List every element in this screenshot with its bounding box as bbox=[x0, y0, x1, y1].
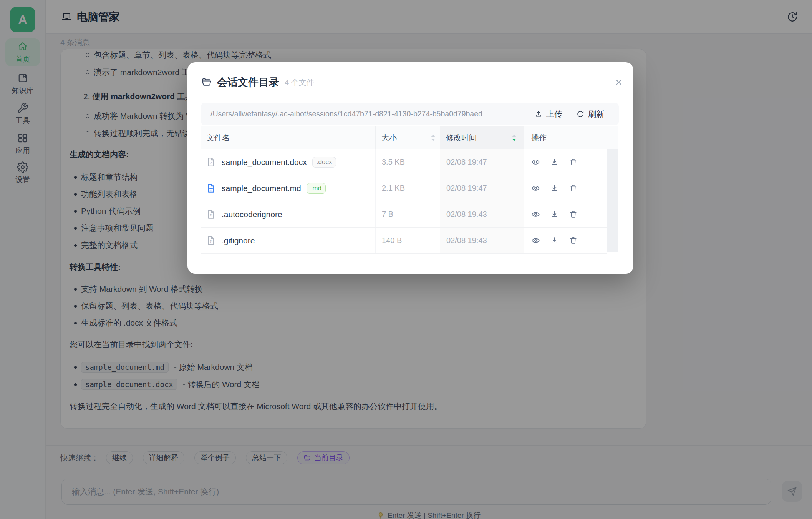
session-files-modal: 会话文件目录 4 个文件 /Users/allwefantasy/.ac-aib… bbox=[187, 62, 633, 274]
refresh-button[interactable]: 刷新 bbox=[576, 109, 604, 120]
svg-text:?: ? bbox=[210, 239, 212, 243]
modal-title: 会话文件目录 bbox=[217, 75, 279, 89]
folder-open-icon bbox=[201, 77, 212, 88]
file-modified-time: 02/08 19:43 bbox=[440, 228, 524, 253]
file-size: 3.5 KB bbox=[375, 149, 440, 175]
file-doc-icon bbox=[206, 183, 216, 194]
column-label: 修改时间 bbox=[446, 133, 477, 143]
column-label: 文件名 bbox=[207, 133, 230, 143]
refresh-icon bbox=[576, 110, 585, 118]
close-icon[interactable] bbox=[614, 77, 624, 87]
file-unknown-icon: ? bbox=[206, 209, 216, 220]
file-name: sample_document.md bbox=[222, 184, 301, 193]
download-button[interactable] bbox=[550, 184, 559, 193]
file-row[interactable]: ?sample_document.docx.docx3.5 KB02/08 19… bbox=[201, 149, 607, 175]
file-unknown-icon: ? bbox=[206, 156, 216, 168]
sort-carets-icon bbox=[512, 134, 516, 141]
file-type-badge: .md bbox=[307, 183, 326, 194]
svg-text:?: ? bbox=[210, 161, 212, 165]
column-header-modified-time[interactable]: 修改时间 bbox=[440, 126, 524, 149]
delete-button[interactable] bbox=[569, 210, 578, 219]
upload-label: 上传 bbox=[546, 109, 562, 120]
file-table-header: 文件名大小修改时间操作 bbox=[201, 126, 618, 149]
file-row[interactable]: ?.gitignore140 B02/08 19:43 bbox=[201, 228, 607, 254]
view-button[interactable] bbox=[531, 158, 540, 166]
view-button[interactable] bbox=[531, 184, 540, 193]
file-row[interactable]: ?.autocoderignore7 B02/08 19:43 bbox=[201, 201, 607, 228]
file-count-badge: 4 个文件 bbox=[285, 77, 314, 88]
table-scrollbar[interactable] bbox=[607, 149, 618, 252]
session-path-bar: /Users/allwefantasy/.ac-aibot/sessions/1… bbox=[201, 103, 619, 125]
upload-icon bbox=[534, 110, 543, 118]
view-button[interactable] bbox=[531, 236, 540, 245]
refresh-label: 刷新 bbox=[588, 109, 604, 120]
column-header-actions: 操作 bbox=[524, 126, 607, 149]
column-header-filename: 文件名 bbox=[201, 126, 375, 149]
delete-button[interactable] bbox=[569, 184, 578, 193]
download-button[interactable] bbox=[550, 210, 559, 219]
svg-text:?: ? bbox=[210, 213, 212, 217]
file-table: 文件名大小修改时间操作 ?sample_document.docx.docx3.… bbox=[201, 126, 618, 254]
sort-carets-icon bbox=[431, 134, 435, 141]
file-size: 140 B bbox=[375, 228, 440, 253]
upload-button[interactable]: 上传 bbox=[534, 109, 562, 120]
view-button[interactable] bbox=[531, 210, 540, 219]
delete-button[interactable] bbox=[569, 236, 578, 245]
app-root: A 首页知识库工具应用设置 电脑管家 4 条消息 包含标题、章节、列表、表格、代… bbox=[0, 0, 812, 519]
file-table-body: ?sample_document.docx.docx3.5 KB02/08 19… bbox=[201, 149, 607, 254]
file-name: sample_document.docx bbox=[222, 158, 307, 167]
file-type-badge: .docx bbox=[312, 157, 336, 168]
session-path: /Users/allwefantasy/.ac-aibot/sessions/1… bbox=[210, 110, 534, 118]
file-size: 7 B bbox=[375, 201, 440, 227]
file-name: .gitignore bbox=[222, 236, 255, 245]
delete-button[interactable] bbox=[569, 158, 578, 166]
file-modified-time: 02/08 19:47 bbox=[440, 175, 524, 201]
column-header-size[interactable]: 大小 bbox=[375, 126, 440, 149]
file-modified-time: 02/08 19:47 bbox=[440, 149, 524, 175]
file-name: .autocoderignore bbox=[222, 210, 282, 219]
column-label: 操作 bbox=[531, 133, 547, 143]
file-row[interactable]: sample_document.md.md2.1 KB02/08 19:47 bbox=[201, 175, 607, 201]
modal-header: 会话文件目录 4 个文件 bbox=[201, 74, 624, 91]
download-button[interactable] bbox=[550, 236, 559, 245]
file-size: 2.1 KB bbox=[375, 175, 440, 201]
file-modified-time: 02/08 19:43 bbox=[440, 201, 524, 227]
column-label: 大小 bbox=[381, 133, 397, 143]
file-unknown-icon: ? bbox=[206, 235, 216, 246]
download-button[interactable] bbox=[550, 158, 559, 166]
